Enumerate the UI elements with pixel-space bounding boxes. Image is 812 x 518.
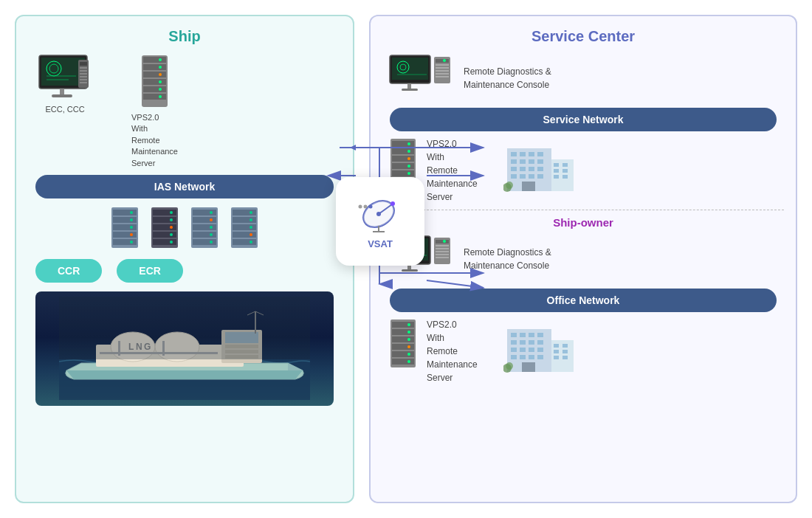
svg-rect-14	[80, 79, 87, 80]
ship-image: L N G	[35, 291, 334, 406]
svg-rect-177	[520, 333, 526, 337]
svg-rect-19	[143, 72, 166, 77]
svg-rect-121	[511, 152, 517, 156]
svg-rect-187	[537, 348, 543, 352]
svg-rect-125	[511, 159, 517, 164]
svg-rect-185	[520, 348, 526, 352]
svg-point-114	[407, 142, 410, 145]
ecc-section: ECC, CCC	[35, 54, 94, 114]
svg-rect-43	[153, 224, 176, 230]
vps-label: VPS2.0 With Remote Maintenance Server	[131, 112, 178, 169]
svg-point-68	[250, 211, 252, 214]
svg-rect-196	[554, 350, 559, 353]
vsat-box: VSAT	[336, 177, 424, 266]
svg-rect-127	[529, 159, 534, 164]
svg-rect-181	[520, 340, 526, 345]
svg-rect-124	[537, 152, 543, 156]
svg-point-161	[443, 240, 446, 243]
svg-point-23	[159, 58, 162, 61]
svg-point-46	[170, 211, 173, 214]
owner-remote-row: Remote Diagnostics & Maintenance Console	[382, 235, 784, 283]
ccr-button[interactable]: CCR	[35, 259, 102, 283]
svg-rect-52	[193, 210, 216, 215]
svg-rect-167	[392, 351, 414, 357]
svg-rect-130	[520, 167, 526, 171]
svg-rect-42	[153, 217, 176, 223]
svg-rect-126	[520, 159, 526, 164]
svg-rect-65	[233, 224, 256, 230]
ship-top-row: ECC, CCC	[28, 54, 341, 169]
svg-rect-189	[520, 355, 526, 359]
remote-monitor-icon	[388, 54, 455, 102]
vsat-section: VSAT	[336, 177, 424, 266]
ecc-monitor-icon	[35, 54, 94, 102]
svg-rect-158	[436, 251, 449, 252]
svg-rect-21	[143, 86, 166, 92]
svg-rect-64	[233, 217, 256, 223]
svg-rect-18	[143, 64, 166, 70]
svg-rect-100	[436, 59, 449, 63]
svg-rect-101	[436, 64, 449, 66]
svg-rect-132	[537, 167, 543, 171]
svg-rect-54	[193, 224, 216, 230]
svg-rect-102	[436, 67, 449, 69]
svg-rect-66	[233, 232, 256, 238]
svg-rect-166	[392, 344, 414, 350]
svg-rect-163	[392, 322, 414, 328]
svg-point-72	[250, 241, 252, 244]
svg-point-58	[210, 218, 213, 221]
svg-rect-188	[511, 355, 517, 359]
ecr-button[interactable]: ECR	[117, 259, 183, 283]
svg-rect-108	[392, 141, 414, 147]
svg-point-24	[159, 66, 162, 69]
main-container: Ship	[0, 0, 812, 518]
device-2-icon	[149, 206, 180, 250]
service-vps-building-row: VPS2.0 With Remote Maintenance Server	[382, 137, 784, 204]
ias-network-bar: IAS Network	[35, 175, 334, 198]
vsat-satellite-icon	[357, 193, 405, 234]
svg-point-70	[250, 226, 252, 229]
service-center-title: Service Center	[382, 28, 784, 45]
svg-point-106	[443, 59, 446, 62]
owner-vps-label: VPS2.0 With Remote Maintenance Server	[427, 318, 486, 384]
svg-rect-7	[52, 94, 72, 97]
device-4-icon	[229, 206, 260, 250]
svg-rect-10	[80, 67, 87, 69]
svg-rect-195	[562, 344, 568, 348]
svg-rect-103	[436, 70, 449, 72]
svg-rect-104	[436, 73, 449, 75]
svg-rect-9	[80, 62, 87, 66]
svg-rect-159	[436, 254, 449, 255]
svg-rect-12	[80, 73, 87, 75]
svg-rect-67	[233, 239, 256, 245]
owner-vps-server-icon	[388, 318, 418, 370]
svg-point-61	[210, 241, 213, 244]
svg-rect-110	[392, 156, 414, 162]
svg-rect-105	[436, 76, 449, 77]
svg-point-26	[159, 80, 162, 83]
svg-rect-133	[511, 174, 517, 179]
service-panel: Service Center	[369, 15, 797, 503]
svg-rect-53	[193, 217, 216, 223]
svg-point-71	[250, 233, 252, 236]
svg-rect-15	[80, 82, 87, 83]
ccr-ecr-row: CCR ECR	[35, 259, 334, 283]
svg-point-27	[159, 88, 162, 91]
svg-point-37	[130, 226, 133, 229]
svg-point-170	[407, 331, 410, 334]
svg-rect-34	[113, 239, 137, 245]
svg-point-117	[407, 165, 410, 168]
svg-point-118	[407, 172, 410, 175]
svg-rect-164	[392, 329, 414, 335]
svg-point-36	[130, 218, 133, 221]
svg-point-116	[407, 157, 410, 160]
ship-panel: Ship	[15, 15, 354, 503]
svg-point-35	[130, 211, 133, 214]
svg-rect-22	[143, 94, 166, 100]
service-vps-label: VPS2.0 With Remote Maintenance Server	[427, 137, 486, 204]
svg-rect-20	[143, 79, 166, 85]
svg-point-206	[390, 201, 395, 206]
svg-point-115	[407, 150, 410, 153]
device-3-icon	[189, 206, 220, 250]
svg-rect-143	[554, 175, 559, 179]
